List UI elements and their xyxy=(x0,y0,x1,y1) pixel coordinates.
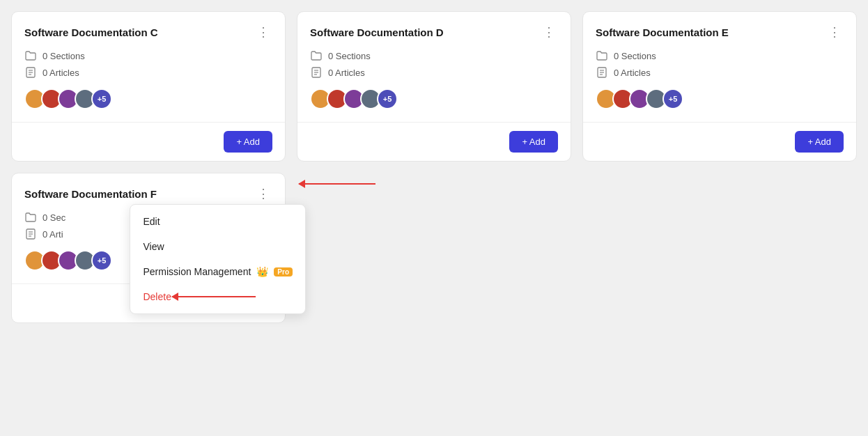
avatar-d-plus: +5 xyxy=(377,88,398,109)
folder-icon xyxy=(24,49,37,62)
card-c-avatars: +5 xyxy=(24,88,272,109)
card-e-title: Software Documentation E xyxy=(596,26,729,38)
avatar-e-plus: +5 xyxy=(662,88,683,109)
folder-icon-d xyxy=(310,49,323,62)
context-menu: Edit View Permission Management 👑 Pro De… xyxy=(130,204,306,314)
crown-icon: 👑 xyxy=(256,266,268,277)
card-c-add-button[interactable]: + Add xyxy=(224,131,272,153)
card-c: Software Documentation C ⋮ 0 Sections 0 … xyxy=(11,11,286,162)
card-c-sections-text: 0 Sections xyxy=(42,51,85,61)
card-d-sections-text: 0 Sections xyxy=(328,51,371,61)
card-d: Software Documentation D ⋮ 0 Sections 0 … xyxy=(297,11,571,162)
menu-permission-item[interactable]: Permission Management 👑 Pro xyxy=(130,259,305,284)
doc-icon-d xyxy=(310,66,323,79)
menu-view-label: View xyxy=(143,241,164,252)
card-d-articles-text: 0 Articles xyxy=(328,68,365,78)
card-e-avatars: +5 xyxy=(596,88,844,109)
pro-badge: Pro xyxy=(274,267,293,277)
card-c-sections-row: 0 Sections xyxy=(24,49,272,62)
card-e-add-button[interactable]: + Add xyxy=(795,131,844,153)
card-c-articles-row: 0 Articles xyxy=(24,66,272,79)
card-c-menu-button[interactable]: ⋮ xyxy=(254,24,272,40)
card-f-articles-text: 0 Arti xyxy=(42,229,63,240)
card-f-title: Software Documentation F xyxy=(24,188,157,200)
card-f: Software Documentation F ⋮ 0 Sec xyxy=(11,173,286,323)
card-d-articles-row: 0 Articles xyxy=(310,66,558,79)
card-e-articles-row: 0 Articles xyxy=(596,66,844,79)
doc-icon-f xyxy=(24,228,37,240)
card-d-sections-row: 0 Sections xyxy=(310,49,558,62)
card-e: Software Documentation E ⋮ 0 Sections 0 … xyxy=(582,11,857,162)
arrow-to-delete xyxy=(172,296,256,297)
card-e-articles-text: 0 Articles xyxy=(614,68,651,78)
folder-icon-e xyxy=(596,49,608,62)
avatar-plus: +5 xyxy=(91,88,112,109)
menu-delete-item[interactable]: Delete xyxy=(130,284,305,309)
menu-delete-label: Delete xyxy=(143,291,171,302)
card-f-menu-button[interactable]: ⋮ xyxy=(254,186,272,201)
doc-icon xyxy=(24,66,37,79)
menu-view-item[interactable]: View xyxy=(130,234,305,259)
arrow-to-menu xyxy=(299,183,375,185)
card-d-add-button[interactable]: + Add xyxy=(509,131,558,153)
menu-edit-label: Edit xyxy=(143,216,160,227)
card-e-sections-row: 0 Sections xyxy=(596,49,844,62)
folder-icon-f xyxy=(24,211,37,224)
card-e-menu-button[interactable]: ⋮ xyxy=(826,24,844,40)
card-c-articles-text: 0 Articles xyxy=(42,68,79,78)
card-c-title: Software Documentation C xyxy=(24,26,158,38)
card-d-menu-button[interactable]: ⋮ xyxy=(540,24,558,40)
card-f-sections-text: 0 Sec xyxy=(42,212,65,223)
menu-permission-label: Permission Management xyxy=(143,266,251,277)
card-d-avatars: +5 xyxy=(310,88,558,109)
card-e-sections-text: 0 Sections xyxy=(614,51,656,61)
menu-edit-item[interactable]: Edit xyxy=(130,209,305,234)
card-d-title: Software Documentation D xyxy=(310,26,444,38)
avatar-f-plus: +5 xyxy=(91,250,112,271)
doc-icon-e xyxy=(596,66,608,79)
